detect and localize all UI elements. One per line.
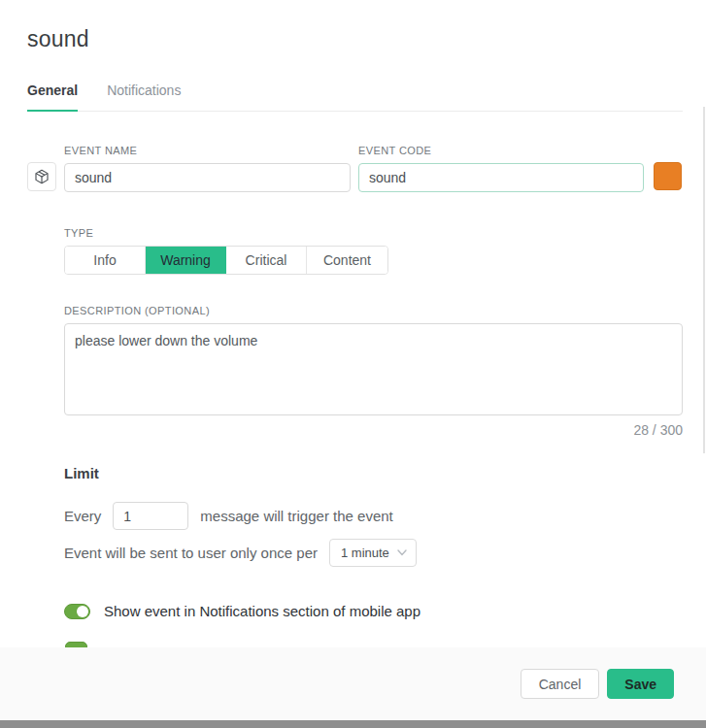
type-option-critical[interactable]: Critical bbox=[226, 247, 307, 274]
cube-icon bbox=[33, 168, 50, 185]
cancel-button[interactable]: Cancel bbox=[521, 669, 600, 699]
scrollbar[interactable] bbox=[703, 107, 705, 453]
once-per-select[interactable]: 1 minute bbox=[329, 539, 417, 567]
icon-picker-button[interactable] bbox=[27, 162, 56, 191]
type-label: TYPE bbox=[64, 227, 683, 239]
event-code-input[interactable] bbox=[358, 163, 644, 192]
type-option-content[interactable]: Content bbox=[307, 247, 387, 274]
event-code-label: EVENT CODE bbox=[358, 145, 644, 156]
once-per-row: Event will be sent to user only once per… bbox=[64, 539, 683, 567]
limit-heading: Limit bbox=[64, 465, 683, 481]
description-textarea[interactable]: please lower down the volume bbox=[64, 323, 683, 415]
color-swatch[interactable] bbox=[654, 162, 682, 190]
type-option-info[interactable]: Info bbox=[65, 247, 146, 274]
once-per-selected-value: 1 minute bbox=[341, 546, 389, 560]
page-title: sound bbox=[27, 26, 683, 52]
type-option-warning[interactable]: Warning bbox=[146, 247, 226, 274]
page-background-strip bbox=[0, 720, 706, 728]
every-message-row: Every message will trigger the event bbox=[64, 502, 683, 530]
tab-bar: General Notifications bbox=[27, 79, 683, 112]
event-name-label: EVENT NAME bbox=[64, 145, 351, 156]
toggle-knob bbox=[77, 606, 88, 617]
tab-general[interactable]: General bbox=[27, 79, 78, 112]
char-counter: 28 / 300 bbox=[64, 422, 683, 438]
every-prefix-text: Every bbox=[64, 508, 101, 524]
show-in-notifications-label: Show event in Notifications section of m… bbox=[104, 603, 420, 619]
save-button[interactable]: Save bbox=[607, 669, 674, 699]
modal-footer: Cancel Save bbox=[0, 647, 706, 720]
type-section: TYPE Info Warning Critical Content bbox=[64, 227, 683, 275]
description-section: DESCRIPTION (OPTIONAL) please lower down… bbox=[64, 305, 683, 438]
event-code-field-block: EVENT CODE bbox=[358, 145, 644, 192]
every-count-input[interactable] bbox=[113, 502, 188, 530]
event-name-field-block: EVENT NAME bbox=[64, 145, 351, 192]
event-name-input[interactable] bbox=[64, 163, 351, 192]
every-suffix-text: message will trigger the event bbox=[200, 508, 392, 524]
name-code-row: EVENT NAME EVENT CODE bbox=[27, 145, 683, 192]
chevron-down-icon bbox=[397, 549, 407, 556]
tab-notifications[interactable]: Notifications bbox=[107, 79, 181, 112]
type-segmented-control: Info Warning Critical Content bbox=[64, 246, 388, 275]
show-in-notifications-toggle[interactable] bbox=[64, 604, 90, 619]
event-modal: sound General Notifications EVENT NAME E… bbox=[0, 26, 706, 619]
description-label: DESCRIPTION (OPTIONAL) bbox=[64, 305, 683, 316]
once-per-label: Event will be sent to user only once per bbox=[64, 545, 318, 561]
show-in-notifications-row: Show event in Notifications section of m… bbox=[64, 603, 683, 619]
